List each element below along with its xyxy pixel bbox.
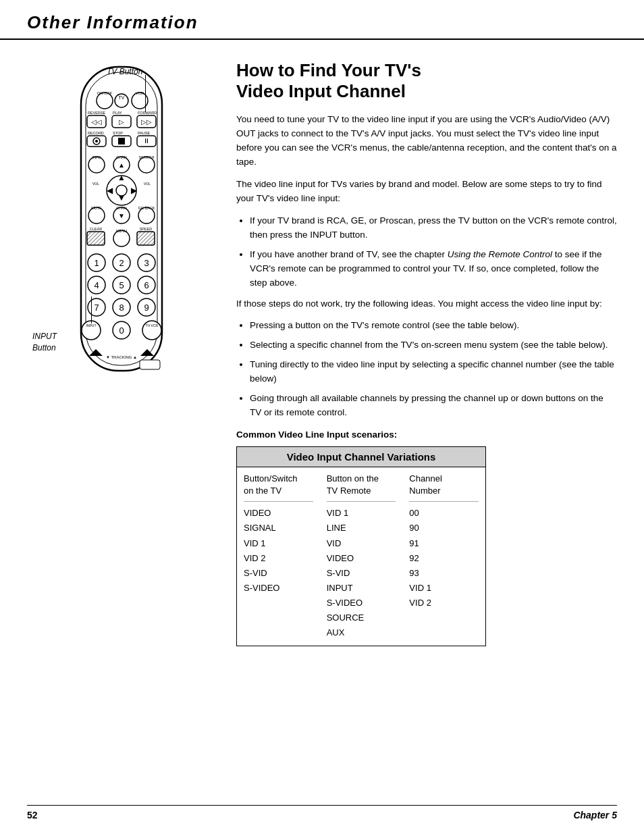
svg-text:TV: TV: [119, 95, 125, 100]
svg-text:VCR: VCR: [136, 91, 144, 95]
common-label: Common Video Line Input scenarios:: [236, 429, 617, 440]
svg-text:VOL: VOL: [144, 182, 151, 186]
svg-text:▶: ▶: [131, 186, 138, 195]
svg-text:MUTE: MUTE: [91, 206, 102, 210]
svg-text:6: 6: [144, 280, 149, 290]
col-header-3: Channel Number: [409, 473, 479, 502]
bullet-item: Tuning directly to the video line input …: [250, 358, 617, 386]
svg-text:5: 5: [119, 280, 124, 290]
svg-text:2: 2: [119, 258, 124, 268]
svg-text:REVERSE: REVERSE: [88, 111, 106, 115]
svg-text:RECORD: RECORD: [88, 131, 104, 135]
svg-text:▼ TRACKING ▲: ▼ TRACKING ▲: [106, 355, 137, 359]
svg-text:8: 8: [119, 303, 124, 313]
svg-point-20: [95, 140, 98, 142]
svg-rect-54: [137, 232, 155, 245]
intro-para-2: The video line input for TVs varies by b…: [236, 178, 617, 206]
svg-text:▲: ▲: [117, 173, 126, 182]
svg-text:3: 3: [144, 258, 149, 268]
footer-chapter: Chapter 5: [573, 810, 617, 820]
page-header: Other Information: [0, 0, 644, 40]
svg-text:STOP: STOP: [113, 131, 123, 135]
tv-button-label: TV Button: [107, 67, 142, 76]
footer-page-number: 52: [27, 810, 38, 820]
table-container: Video Input Channel Variations Button/Sw…: [236, 446, 486, 646]
svg-text:7: 7: [94, 303, 99, 313]
svg-text:TV·VCR: TV·VCR: [146, 323, 159, 328]
left-column: TV Button ON-OFF TV: [27, 60, 216, 646]
svg-text:FORWARD: FORWARD: [138, 111, 157, 115]
page-container: Other Information TV Button ON-OF: [0, 0, 644, 834]
svg-text:CHAN: CHAN: [116, 206, 127, 210]
svg-text:▷: ▷: [119, 118, 124, 126]
svg-text:CLEAR: CLEAR: [90, 227, 102, 231]
svg-text:INPUT: INPUT: [86, 323, 97, 328]
table-title: Video Input Channel Variations: [237, 447, 485, 467]
table-columns: Button/Switch on the TV VIDEOSIGNALVID 1…: [237, 467, 485, 646]
table-col-2: Button on the TV Remote VID 1LINEVIDVIDE…: [320, 467, 403, 646]
bullet-list-1: If your TV brand is RCA, GE, or Proscan,…: [250, 214, 617, 290]
svg-text:◀: ◀: [107, 186, 113, 195]
col-values-1: VIDEOSIGNALVID 1VID 2S-VIDS-VIDEO: [244, 506, 313, 596]
bullet-item: If your TV brand is RCA, GE, or Proscan,…: [250, 214, 617, 242]
middle-paragraph: If those steps do not work, try the foll…: [236, 297, 617, 311]
svg-text:MENU: MENU: [116, 229, 127, 233]
svg-text:▲: ▲: [118, 161, 125, 169]
col-header-1: Button/Switch on the TV: [244, 473, 313, 502]
svg-text:CHAN: CHAN: [116, 155, 127, 159]
svg-rect-23: [118, 138, 125, 145]
bullet-item: Pressing a button on the TV's remote con…: [250, 319, 617, 333]
bullet-item: Selecting a specific channel from the TV…: [250, 338, 617, 353]
page-footer: 52 Chapter 5: [27, 805, 617, 820]
svg-text:ON-OFF: ON-OFF: [97, 91, 113, 95]
page-title: Other Information: [27, 12, 617, 33]
main-content: TV Button ON-OFF TV: [0, 40, 644, 660]
svg-text:1: 1: [94, 258, 99, 268]
svg-text:GO BACK: GO BACK: [138, 206, 155, 210]
svg-text:INFO: INFO: [92, 155, 101, 159]
svg-text:PLAY: PLAY: [113, 111, 122, 115]
svg-text:0: 0: [119, 325, 124, 336]
svg-text:4: 4: [94, 280, 99, 290]
svg-rect-49: [87, 232, 105, 245]
right-column: How to Find Your TV's Video Input Channe…: [236, 60, 617, 646]
intro-para-1: You need to tune your TV to the video li…: [236, 113, 617, 170]
col-header-2: Button on the TV Remote: [327, 473, 396, 502]
svg-text:SEARCH: SEARCH: [139, 155, 155, 159]
bullet-list-2: Pressing a button on the TV's remote con…: [250, 319, 617, 420]
col-values-2: VID 1LINEVIDVIDEOS-VIDINPUTS-VIDEOSOURCE…: [327, 506, 396, 640]
bullet-item: If you have another brand of TV, see the…: [250, 248, 617, 290]
svg-rect-84: [140, 360, 160, 369]
svg-text:▼: ▼: [118, 212, 125, 219]
svg-text:SPEED: SPEED: [140, 227, 153, 231]
svg-text:▷▷: ▷▷: [141, 118, 152, 126]
table-col-1: Button/Switch on the TV VIDEOSIGNALVID 1…: [237, 467, 320, 646]
svg-text:VOL: VOL: [92, 182, 99, 186]
svg-point-41: [116, 185, 127, 196]
svg-text:◁◁: ◁◁: [91, 118, 102, 126]
col-values-3: 0090919293VID 1VID 2: [409, 506, 479, 610]
svg-text:PAUSE: PAUSE: [138, 131, 151, 135]
section-title: How to Find Your TV's Video Input Channe…: [236, 60, 617, 102]
bullet-item: Going through all available channels by …: [250, 392, 617, 420]
svg-text:⏸: ⏸: [143, 137, 150, 145]
table-col-3: Channel Number 0090919293VID 1VID 2: [402, 467, 485, 646]
input-button-label: INPUT Button: [32, 331, 57, 354]
svg-text:9: 9: [144, 303, 149, 313]
